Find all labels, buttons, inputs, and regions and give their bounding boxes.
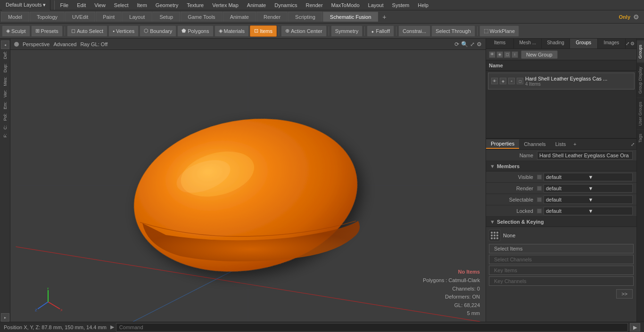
viewport-advanced[interactable]: Advanced (53, 41, 76, 47)
tab-uvedit[interactable]: UVEdit (65, 12, 95, 22)
tab-topology[interactable]: Topology (30, 12, 65, 22)
group-row[interactable]: 👁 ◈ + ◻ Hard Shell Leather Eyeglass Cas … (488, 73, 635, 89)
auto-select-button[interactable]: ◻ Auto Select (67, 25, 107, 37)
sculpt-button[interactable]: ◈ Sculpt (2, 25, 30, 37)
workplane-button[interactable]: ⬚ WorkPlane (479, 25, 520, 37)
menu-vertex-map[interactable]: Vertex Map (208, 1, 242, 9)
tab-add[interactable]: + (379, 11, 390, 23)
right-panel-settings-icon[interactable]: ⚙ (630, 41, 635, 46)
viewport-perspective[interactable]: Perspective (23, 41, 50, 47)
sidebar-label-mesh[interactable]: Mes: (2, 75, 8, 88)
sel-keying-header[interactable]: ▼ Selection & Keying (486, 217, 636, 227)
props-expand-btn[interactable]: ⤢ (631, 142, 635, 147)
select-items-button[interactable]: Select Items (489, 244, 634, 253)
menu-texture[interactable]: Texture (183, 1, 207, 9)
vtab-user-groups[interactable]: User Groups (637, 97, 644, 130)
polygons-button[interactable]: ⬟ Polygons (177, 25, 213, 37)
members-section-header[interactable]: ▼ Members (486, 161, 636, 171)
right-panel-expand-icon[interactable]: ⤢ (626, 41, 629, 46)
right-tab-groups[interactable]: Groups (570, 39, 598, 49)
right-tab-shading[interactable]: Shading (542, 39, 570, 49)
menu-help[interactable]: Help (414, 1, 432, 9)
sidebar-toggle-btn[interactable]: ◂ (1, 40, 9, 49)
menu-system[interactable]: System (388, 1, 413, 9)
props-tab-add[interactable]: + (570, 140, 579, 148)
group-eye-btn[interactable]: 👁 (491, 78, 498, 84)
right-tab-items[interactable]: Items (486, 39, 514, 49)
select-through-button[interactable]: Select Through (431, 25, 475, 37)
key-channels-button[interactable]: Key Channels (489, 276, 634, 286)
prop-visible-dot[interactable] (537, 175, 542, 179)
group-info-btn[interactable]: ◻ (517, 78, 523, 84)
right-tab-images[interactable]: Images (598, 39, 626, 49)
viewport-dot[interactable] (14, 42, 19, 47)
tab-setup[interactable]: Setup (152, 12, 180, 22)
sidebar-bottom-btn[interactable]: ▸ (1, 313, 9, 322)
props-tab-lists[interactable]: Lists (551, 140, 571, 148)
prop-name-input[interactable] (537, 151, 633, 160)
tab-render[interactable]: Render (256, 12, 288, 22)
command-input[interactable] (116, 323, 628, 332)
menu-view[interactable]: View (91, 1, 109, 9)
eye-icon[interactable]: 👁 (489, 51, 495, 58)
prop-render-select[interactable]: default ▼ (544, 184, 633, 193)
menu-file[interactable]: File (57, 1, 73, 9)
sidebar-label-def[interactable]: Def: (2, 49, 8, 61)
prop-visible-select[interactable]: default ▼ (544, 173, 633, 181)
tab-scripting[interactable]: Scripting (288, 12, 322, 22)
menu-dynamics[interactable]: Dynamics (271, 1, 301, 9)
menu-geometry[interactable]: Geometry (152, 1, 182, 9)
prop-selectable-dot[interactable] (537, 197, 542, 202)
key-items-button[interactable]: Key Items (489, 266, 634, 275)
render-icon[interactable]: ◈ (496, 51, 503, 58)
sidebar-label-pol[interactable]: Pol: (2, 112, 8, 123)
menu-animate[interactable]: Animate (243, 1, 270, 9)
prop-selectable-select[interactable]: default ▼ (544, 195, 633, 204)
menu-select[interactable]: Select (110, 1, 132, 9)
right-tab-mesh[interactable]: Mesh ... (514, 39, 542, 49)
menu-maxtomodo[interactable]: MaxToModo (328, 1, 363, 9)
new-group-button[interactable]: New Group (521, 50, 558, 59)
menu-edit[interactable]: Edit (73, 1, 90, 9)
tab-layout[interactable]: Layout (122, 12, 152, 22)
tab-schematic-fusion[interactable]: Schematic Fusion (323, 12, 378, 22)
group-render-btn[interactable]: ◈ (500, 78, 506, 84)
vtab-groups[interactable]: Groups (637, 40, 644, 63)
presets-button[interactable]: ⊞ Presets (31, 25, 63, 37)
tab-game-tools[interactable]: Game Tools (181, 12, 223, 22)
constrain-button[interactable]: Constrai... (398, 25, 430, 37)
menu-item[interactable]: Item (133, 1, 150, 9)
layout-selector[interactable]: Default Layouts ▾ (2, 0, 50, 10)
symmetry-button[interactable]: Symmetry (331, 25, 363, 37)
props-tab-properties[interactable]: Properties (486, 139, 519, 149)
sidebar-label-ver[interactable]: Ver: (2, 88, 8, 99)
tab-paint[interactable]: Paint (96, 12, 122, 22)
select-channels-button[interactable]: Select Channels (489, 255, 634, 264)
command-submit-button[interactable]: ▶ (630, 323, 640, 332)
viewport-refresh-icon[interactable]: ⟳ (454, 41, 459, 48)
menu-render[interactable]: Render (302, 1, 327, 9)
vertices-button[interactable]: • Vertices (108, 25, 139, 37)
viewport-ray-gl[interactable]: Ray GL: Off (80, 41, 107, 47)
tab-model[interactable]: Model (1, 12, 29, 22)
lock-icon[interactable]: ◻ (504, 51, 511, 58)
viewport-search-icon[interactable]: 🔍 (461, 41, 468, 48)
group-lock-btn[interactable]: + (508, 78, 515, 84)
materials-button[interactable]: ◈ Materials (215, 25, 249, 37)
boundary-button[interactable]: ⬡ Boundary (140, 25, 176, 37)
info-icon[interactable]: i (512, 51, 518, 58)
vtab-group-display[interactable]: Group Display (637, 63, 644, 97)
action-center-button[interactable]: ⊕ Action Center (281, 25, 327, 37)
menu-layout[interactable]: Layout (364, 1, 388, 9)
sidebar-label-c[interactable]: C: (2, 123, 8, 131)
viewport-maximize-icon[interactable]: ⤢ (470, 41, 475, 48)
vtab-tags[interactable]: Tags (637, 130, 644, 146)
prop-render-dot[interactable] (537, 186, 542, 191)
sidebar-label-em[interactable]: Em: (2, 100, 8, 111)
settings-icon[interactable]: ⚙ (633, 13, 639, 21)
tab-animate[interactable]: Animate (223, 12, 256, 22)
items-button[interactable]: ⊡ Items (250, 25, 277, 37)
viewport-settings-icon[interactable]: ⚙ (477, 41, 482, 48)
prop-locked-select[interactable]: default ▼ (544, 207, 633, 215)
sidebar-label-dup[interactable]: Dup: (2, 62, 8, 74)
